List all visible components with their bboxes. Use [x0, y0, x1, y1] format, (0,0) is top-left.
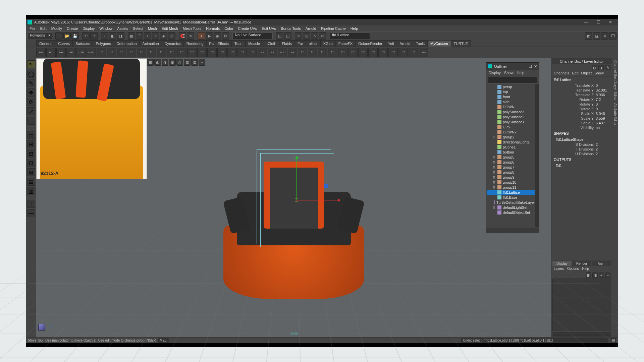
attr-row-scale-y[interactable]: Scale Y8.559	[552, 116, 612, 121]
shelf-tab-curves[interactable]: Curves	[55, 40, 73, 47]
shelf-item-23[interactable]: SS	[268, 48, 277, 57]
undo-button[interactable]: ↶	[82, 32, 90, 40]
shelf-tab-fur[interactable]: Fur	[294, 40, 306, 47]
shelf-item-5[interactable]: MSD	[87, 48, 96, 57]
shelf-item-28[interactable]: ⬚	[318, 48, 327, 57]
menu-assets[interactable]: Assets	[115, 26, 130, 31]
shelf-tab-surfaces[interactable]: Surfaces	[72, 40, 93, 47]
menu-mesh[interactable]: Mesh	[146, 26, 159, 31]
shelf-item-38[interactable]: DSo	[419, 48, 428, 57]
shelf-item-1[interactable]: PC	[46, 48, 56, 57]
menu-edit-mesh[interactable]: Edit Mesh	[160, 26, 180, 31]
shape-name[interactable]: ffd1LatticeShape	[552, 137, 612, 142]
shelf-tab-rendering[interactable]: Rendering	[183, 40, 207, 47]
cb-tab-show[interactable]: Show	[594, 71, 604, 75]
shelf-item-27[interactable]: ⬚	[308, 48, 317, 57]
paint-select-tool[interactable]: ✎	[27, 79, 35, 87]
shelf-item-4[interactable]: UTE	[76, 48, 86, 57]
panel-button-6[interactable]: ⊡	[184, 59, 191, 66]
input-box-icon2[interactable]: ◫	[284, 32, 291, 40]
shelf-tab-fumefx[interactable]: FumeFX	[335, 40, 356, 47]
shelf-item-9[interactable]: ⬚	[127, 48, 136, 57]
attr-row-rotate-y[interactable]: Rotate Y0	[552, 102, 612, 107]
select-by-hierarchy-button[interactable]: ◦	[101, 32, 108, 40]
shelf-item-13[interactable]: ⬚	[167, 48, 176, 57]
attr-row-scale-x[interactable]: Scale X6.046	[552, 111, 612, 116]
layer-icon-2[interactable]: ◨	[592, 273, 598, 278]
move-tool[interactable]: ✥	[27, 88, 35, 97]
menu-window[interactable]: Window	[97, 26, 114, 31]
menu-set-dropdown[interactable]: Polygons	[28, 33, 52, 39]
shelf-item-21[interactable]: ⬚	[248, 48, 257, 57]
attr-row-translate-x[interactable]: Translate X0	[552, 83, 612, 88]
shelf-tab-deformation[interactable]: Deformation	[114, 40, 140, 47]
outliner-item-polysurface2[interactable]: polySurface2	[487, 114, 535, 119]
outliner-menu-help[interactable]: Help	[517, 71, 525, 75]
outliner-item-directionallight1[interactable]: directionalLight1	[487, 139, 535, 144]
cb-tab-edit[interactable]: Edit	[572, 71, 578, 75]
lasso-tool[interactable]: ◯	[27, 70, 35, 78]
outliner-item-ffd1lattice[interactable]: ffd1Lattice	[487, 190, 535, 195]
shelf-item-19[interactable]: ⬚	[227, 48, 237, 57]
snap-point-button[interactable]: •	[144, 32, 151, 40]
shelf-tab-nhair[interactable]: nHair	[306, 40, 320, 47]
last-tool[interactable]: …	[27, 117, 35, 125]
shelf-item-17[interactable]: ⬚	[207, 48, 217, 57]
select-by-component-button[interactable]: ◨	[117, 32, 124, 40]
shelf-item-6[interactable]: ⬚	[97, 48, 106, 57]
menu-arnold[interactable]: Arnold	[304, 26, 318, 31]
cb-icon-3[interactable]: ✎	[605, 65, 610, 70]
view-layout-button4[interactable]: ▤	[27, 178, 35, 186]
panel-button-8[interactable]: ↔	[199, 59, 205, 66]
live-surface-field[interactable]: No Live Surface	[232, 33, 273, 39]
shelf-tab-xgen[interactable]: XGen	[320, 40, 336, 47]
attr-row-translate-y[interactable]: Translate Y32.001	[552, 88, 612, 93]
shelf-item-8[interactable]: ⬚	[117, 48, 126, 57]
shelf-item-37[interactable]: ⬚	[409, 48, 418, 57]
axis-x-handle[interactable]	[297, 200, 340, 200]
outliner-menu-display[interactable]: Display	[489, 71, 501, 75]
shelf-item-34[interactable]: ⬚	[378, 48, 388, 57]
shelf-tab-general[interactable]: General	[36, 40, 55, 47]
shelf-tab-arnold[interactable]: Arnold	[397, 40, 414, 47]
view-layout-button3[interactable]: ⊠	[27, 168, 35, 176]
shelf-tab-ncloth[interactable]: nCloth	[263, 40, 279, 47]
shelf-item-31[interactable]: ⬚	[348, 48, 358, 57]
outliner-item-top[interactable]: top	[487, 89, 535, 94]
layer-tab-render[interactable]: Render	[572, 261, 591, 266]
toggle-button-b[interactable]: ◪	[593, 32, 600, 40]
layer-tab-anim[interactable]: Anim	[592, 261, 611, 266]
expand-icon[interactable]: ⊞	[493, 135, 496, 139]
four-view-button[interactable]: ⊞	[27, 140, 35, 148]
shelf-tab-dynamics[interactable]: Dynamics	[162, 40, 184, 47]
menu-pipeline-cache[interactable]: Pipeline Cache	[319, 26, 348, 31]
shelf-tab-turtle[interactable]: TURTLE	[451, 40, 471, 47]
outliner-button[interactable]: ≡	[295, 32, 302, 40]
construction-history-button[interactable]: ●	[198, 32, 205, 40]
shelf-tab-octanerender[interactable]: OctaneRender	[355, 40, 385, 47]
expand-icon[interactable]: ⊞	[493, 166, 496, 169]
minimize-button[interactable]: —	[580, 19, 592, 25]
shelf-item-12[interactable]: ⬚	[157, 48, 166, 57]
graph-editor-button[interactable]: ∿	[311, 32, 318, 40]
outliner-item-up5[interactable]: UP5	[487, 124, 535, 129]
expand-icon[interactable]: ⊞	[493, 181, 496, 184]
make-live-button[interactable]: 🧲	[179, 32, 186, 40]
redo-button[interactable]: ↷	[90, 32, 98, 40]
hypershade-button[interactable]: ⊞	[303, 32, 310, 40]
panel-button-1[interactable]: ⊞	[147, 59, 154, 66]
shelf-tab-animation[interactable]: Animation	[140, 40, 162, 47]
outliner-item-group2[interactable]: ⊞group2	[487, 134, 535, 139]
viewcube-icon[interactable]	[38, 324, 45, 330]
cb-tab-object[interactable]: Object	[581, 71, 592, 75]
outliner-search[interactable]	[488, 77, 537, 83]
expand-icon[interactable]: ⊞	[493, 161, 496, 164]
cb-icon-1[interactable]: ◐	[592, 65, 597, 70]
shelf-tab-polygons[interactable]: Polygons	[93, 40, 114, 47]
outliner-item-group7[interactable]: ⊞group7	[487, 165, 535, 170]
slider-button[interactable]: |	[27, 200, 35, 208]
outliner-scrollbar[interactable]	[535, 84, 539, 227]
attr-row-t-divisions[interactable]: T Divisions2	[552, 147, 612, 152]
cb-object-name[interactable]: ffd1Lattice	[552, 76, 612, 83]
outliner-list[interactable]: persptopfrontsideDOWNpolySurface3polySur…	[487, 84, 535, 227]
